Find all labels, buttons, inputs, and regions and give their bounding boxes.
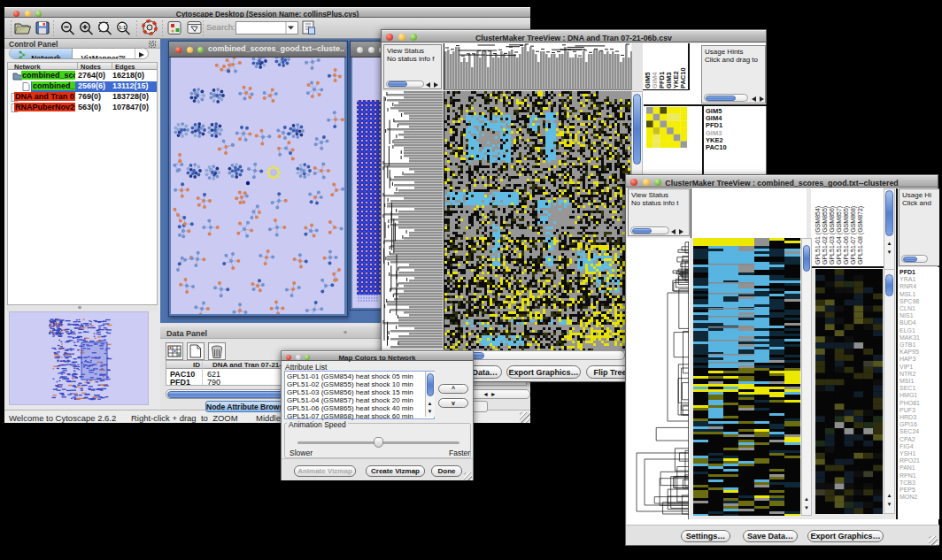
svg-text:PAC10: PAC10	[679, 67, 687, 88]
svg-text:GPL51-04 (GSM857): GPL51-04 (GSM857)	[836, 206, 843, 265]
svg-text:GPL51-03 (GSM856): GPL51-03 (GSM856)	[829, 206, 836, 265]
svg-text:GPL51-01 (GSM854): GPL51-01 (GSM854)	[815, 206, 822, 265]
svg-text:GPL51-07 (GSM868): GPL51-07 (GSM868)	[850, 206, 857, 265]
svg-text:GPL51-08 (GSM872): GPL51-08 (GSM872)	[857, 206, 864, 265]
svg-text:GPL51-02 (GSM855): GPL51-02 (GSM855)	[822, 206, 829, 265]
svg-text:Search:: Search:	[206, 22, 236, 32]
svg-text:1:1: 1:1	[119, 25, 126, 30]
svg-text:GPL51-06 (GSM865): GPL51-06 (GSM865)	[843, 206, 850, 265]
